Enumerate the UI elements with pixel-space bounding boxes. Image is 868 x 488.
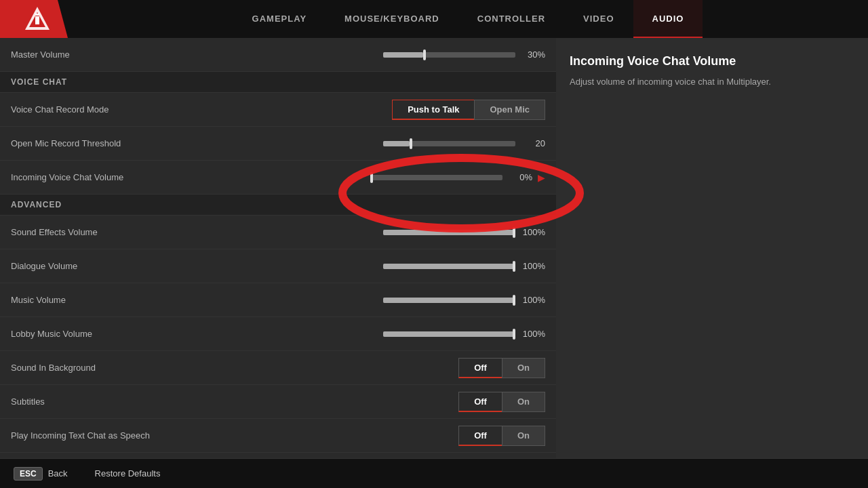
- open-mic-threshold-label: Open Mic Record Threshold: [11, 138, 383, 148]
- info-panel-description: Adjust volume of incoming voice chat in …: [570, 75, 854, 89]
- incoming-voice-volume-slider[interactable]: [370, 175, 502, 180]
- master-volume-fill: [383, 52, 423, 58]
- settings-panel: Master Volume 30% VOICE CHAT Voice Chat …: [0, 38, 556, 458]
- music-volume-control: 100%: [383, 295, 545, 305]
- restore-defaults-label: Restore Defaults: [95, 468, 161, 479]
- incoming-voice-chat-volume-label: Incoming Voice Chat Volume: [11, 172, 370, 182]
- sound-in-background-on-button[interactable]: On: [502, 358, 545, 378]
- sound-effects-volume-row: Sound Effects Volume 100%: [0, 216, 556, 249]
- master-volume-slider[interactable]: [383, 52, 515, 58]
- restore-defaults-button[interactable]: Restore Defaults: [95, 468, 161, 479]
- info-panel: Incoming Voice Chat Volume Adjust volume…: [556, 38, 868, 458]
- sound-in-background-row: Sound In Background Off On: [0, 351, 556, 385]
- main-content: Master Volume 30% VOICE CHAT Voice Chat …: [0, 38, 868, 458]
- lobby-music-volume-fill: [383, 331, 515, 337]
- back-label: Back: [48, 468, 68, 479]
- tab-gameplay[interactable]: GAMEPLAY: [233, 0, 326, 38]
- music-volume-thumb[interactable]: [513, 295, 515, 306]
- svg-rect-2: [35, 16, 39, 24]
- sound-in-background-label: Sound In Background: [11, 363, 458, 373]
- incoming-voice-volume-control: 0% ▶: [370, 172, 545, 183]
- tab-video[interactable]: VIDEO: [564, 0, 633, 38]
- push-to-talk-button[interactable]: Push to Talk: [392, 100, 474, 120]
- sound-effects-volume-fill: [383, 230, 515, 235]
- info-panel-title: Incoming Voice Chat Volume: [570, 54, 854, 68]
- sound-effects-volume-control: 100%: [383, 227, 545, 237]
- convert-incoming-voice-row: Convert Incoming Voice to Chat Text Off …: [0, 453, 556, 458]
- tab-audio[interactable]: AUDIO: [633, 0, 703, 38]
- music-volume-fill: [383, 298, 515, 303]
- voice-chat-mode-toggle: Push to Talk Open Mic: [392, 100, 545, 120]
- master-volume-value: 30%: [521, 49, 545, 60]
- open-mic-threshold-control: 20: [383, 138, 545, 148]
- tab-controller[interactable]: CONTROLLER: [458, 0, 564, 38]
- music-volume-row: Music Volume 100%: [0, 283, 556, 317]
- dialogue-volume-value: 100%: [521, 261, 545, 271]
- lobby-music-volume-thumb[interactable]: [513, 329, 515, 340]
- master-volume-label: Master Volume: [11, 49, 383, 60]
- music-volume-value: 100%: [521, 295, 545, 305]
- sound-in-background-off-button[interactable]: Off: [458, 358, 502, 378]
- master-volume-thumb[interactable]: [423, 49, 426, 60]
- dialogue-volume-fill: [383, 264, 515, 269]
- sound-effects-volume-thumb[interactable]: [513, 227, 515, 238]
- tab-mouse-keyboard[interactable]: MOUSE/KEYBOARD: [326, 0, 458, 38]
- sound-effects-volume-value: 100%: [521, 227, 545, 237]
- voice-chat-section-header: VOICE CHAT: [0, 72, 556, 93]
- open-mic-threshold-fill: [383, 141, 410, 146]
- master-volume-control: 30%: [383, 49, 545, 60]
- dialogue-volume-slider[interactable]: [383, 264, 515, 269]
- subtitles-row: Subtitles Off On: [0, 385, 556, 419]
- play-incoming-text-row: Play Incoming Text Chat as Speech Off On: [0, 419, 556, 453]
- voice-chat-record-mode-row: Voice Chat Record Mode Push to Talk Open…: [0, 93, 556, 127]
- incoming-voice-volume-value: 0%: [508, 172, 532, 182]
- lobby-music-volume-control: 100%: [383, 329, 545, 339]
- subtitles-off-button[interactable]: Off: [458, 392, 502, 412]
- incoming-voice-chat-volume-row: Incoming Voice Chat Volume 0% ▶: [0, 161, 556, 195]
- lobby-music-volume-row: Lobby Music Volume 100%: [0, 317, 556, 351]
- lobby-music-volume-slider[interactable]: [383, 331, 515, 337]
- footer: ESC Back Restore Defaults: [0, 458, 868, 488]
- voice-chat-record-mode-label: Voice Chat Record Mode: [11, 104, 392, 115]
- sound-in-background-toggle: Off On: [458, 358, 545, 378]
- esc-key: ESC: [14, 467, 43, 481]
- nav-tabs: GAMEPLAY MOUSE/KEYBOARD CONTROLLER VIDEO…: [68, 0, 868, 38]
- play-incoming-text-toggle: Off On: [458, 426, 545, 446]
- play-incoming-text-label: Play Incoming Text Chat as Speech: [11, 430, 458, 441]
- dialogue-volume-thumb[interactable]: [513, 261, 515, 272]
- music-volume-slider[interactable]: [383, 298, 515, 303]
- sound-effects-volume-slider[interactable]: [383, 230, 515, 235]
- svg-rect-3: [35, 14, 39, 16]
- dialogue-volume-control: 100%: [383, 261, 545, 271]
- logo-area: [0, 0, 68, 38]
- open-mic-threshold-thumb[interactable]: [410, 138, 412, 149]
- open-mic-threshold-row: Open Mic Record Threshold 20: [0, 127, 556, 161]
- play-incoming-text-on-button[interactable]: On: [502, 426, 545, 446]
- top-nav: GAMEPLAY MOUSE/KEYBOARD CONTROLLER VIDEO…: [0, 0, 868, 38]
- play-incoming-text-off-button[interactable]: Off: [458, 426, 502, 446]
- incoming-voice-volume-arrow-icon[interactable]: ▶: [538, 172, 545, 183]
- subtitles-on-button[interactable]: On: [502, 392, 545, 412]
- music-volume-label: Music Volume: [11, 295, 383, 305]
- back-button[interactable]: ESC Back: [14, 467, 68, 481]
- incoming-voice-volume-thumb[interactable]: [370, 172, 373, 183]
- subtitles-toggle: Off On: [458, 392, 545, 412]
- open-mic-threshold-value: 20: [521, 138, 545, 148]
- lobby-music-volume-label: Lobby Music Volume: [11, 329, 383, 339]
- open-mic-threshold-slider[interactable]: [383, 141, 515, 146]
- open-mic-button[interactable]: Open Mic: [474, 100, 545, 120]
- subtitles-label: Subtitles: [11, 396, 458, 407]
- advanced-section-header: ADVANCED: [0, 195, 556, 216]
- apex-logo-icon: [22, 4, 52, 34]
- master-volume-row: Master Volume 30%: [0, 38, 556, 72]
- sound-effects-volume-label: Sound Effects Volume: [11, 227, 383, 237]
- dialogue-volume-label: Dialogue Volume: [11, 261, 383, 271]
- lobby-music-volume-value: 100%: [521, 329, 545, 339]
- dialogue-volume-row: Dialogue Volume 100%: [0, 249, 556, 283]
